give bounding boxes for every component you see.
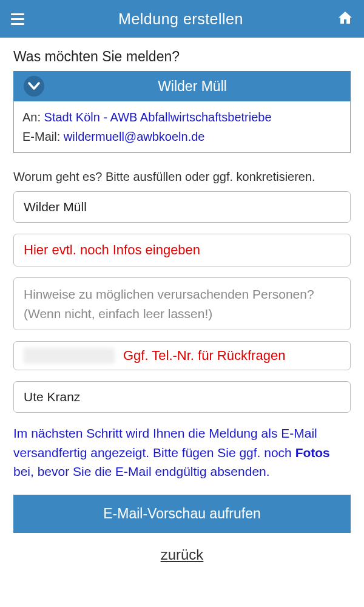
name-value: Ute Kranz [24,390,80,404]
email-preview-button[interactable]: E-Mail-Vorschau aufrufen [13,495,351,533]
phone-number-redacted [24,348,115,364]
recipient-email-label: E-Mail: [22,130,64,143]
dropdown-selected-label: Wilder Müll [44,78,340,95]
phone-hint-label: Ggf. Tel.-Nr. für Rückfragen [123,348,285,364]
recipient-an-value[interactable]: Stadt Köln - AWB Abfallwirtschaftsbetrie… [44,110,272,124]
info-part1: Im nächsten Schritt wird Ihnen die Meldu… [13,426,317,459]
chevron-down-icon [24,76,44,97]
next-step-info: Im nächsten Schritt wird Ihnen die Meldu… [13,424,351,481]
category-dropdown[interactable]: Wilder Müll [13,71,351,101]
additional-info-hint: Hier evtl. noch Infos eingeben [24,242,200,257]
persons-placeholder: Hinweise zu möglichen verursachenden Per… [24,287,314,320]
app-header: Meldung erstellen [0,0,364,38]
menu-icon[interactable] [11,13,24,25]
home-icon[interactable] [337,10,353,27]
page-title: Meldung erstellen [118,10,243,28]
info-part2: bei, bevor Sie die E-Mail endgültig abse… [13,464,270,478]
form-content: Was möchten Sie melden? Wilder Müll An: … [0,38,364,563]
additional-info-input[interactable]: Hier evtl. noch Infos eingeben [13,234,351,266]
back-link[interactable]: zurück [13,546,351,563]
recipient-an-label: An: [22,110,44,124]
subject-value: Wilder Müll [24,200,87,214]
question-what-report: Was möchten Sie melden? [13,49,351,65]
subject-input[interactable]: Wilder Müll [13,191,351,223]
phone-input-row[interactable]: Ggf. Tel.-Nr. für Rückfragen [13,341,351,370]
info-bold: Fotos [295,446,330,459]
recipient-email-value[interactable]: wildermuell@awbkoeln.de [64,130,205,143]
name-input[interactable]: Ute Kranz [13,381,351,413]
question-details: Worum geht es? Bitte ausfüllen oder ggf.… [13,170,351,184]
recipient-info-box: An: Stadt Köln - AWB Abfallwirtschaftsbe… [13,101,351,153]
persons-hint-input[interactable]: Hinweise zu möglichen verursachenden Per… [13,277,351,330]
